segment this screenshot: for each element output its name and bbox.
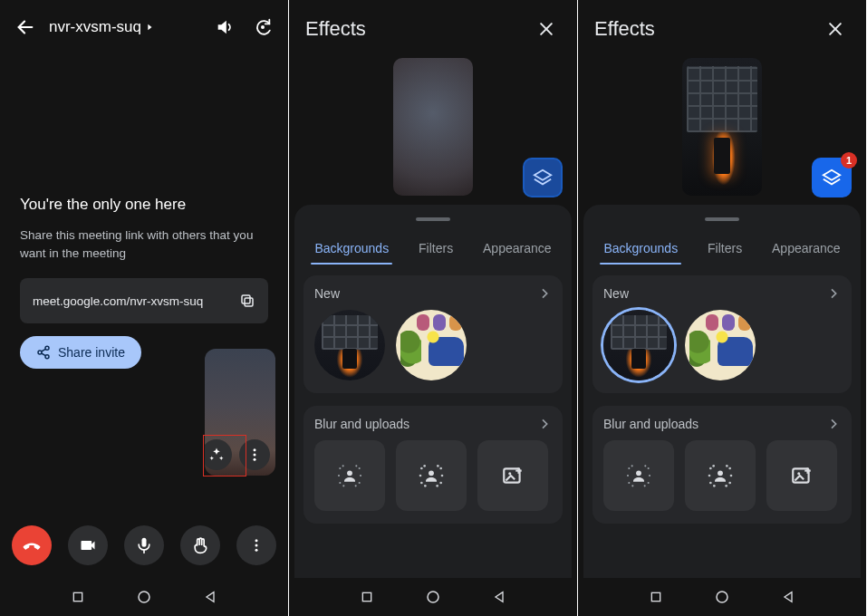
raise-hand-button[interactable] [180,525,220,565]
svg-point-39 [419,475,422,477]
blur-light-button[interactable] [314,440,385,511]
background-living-room[interactable] [685,310,756,380]
meeting-link-text: meet.google.com/nvr-xvsm-suq [33,294,203,308]
meeting-code-text: nvr-xvsm-suq [49,18,141,36]
new-backgrounds-row [603,310,841,380]
svg-point-27 [359,467,361,469]
more-options-button[interactable] [239,439,270,470]
svg-point-18 [139,592,149,602]
svg-point-68 [712,465,715,467]
tab-filters[interactable]: Filters [704,234,746,263]
svg-point-75 [713,485,716,487]
svg-point-58 [644,465,646,467]
background-fireplace[interactable] [314,310,385,380]
applied-effects-button[interactable] [523,158,563,197]
svg-rect-17 [73,592,82,601]
applied-effects-button[interactable]: 1 [812,158,852,197]
switch-camera-icon[interactable] [248,13,277,42]
svg-marker-1 [148,24,151,31]
section-blur-title: Blur and uploads [603,417,698,431]
svg-point-15 [255,544,258,547]
tab-backgrounds[interactable]: Backgrounds [311,234,392,263]
upload-background-button[interactable] [477,440,548,511]
svg-marker-22 [535,170,551,180]
nav-recent-icon[interactable] [71,590,85,604]
svg-point-6 [38,351,42,354]
close-icon[interactable] [821,14,850,43]
nav-back-icon[interactable] [781,590,795,604]
svg-point-5 [45,346,49,350]
meeting-code[interactable]: nvr-xvsm-suq [49,18,201,36]
meeting-top-bar: nvr-xvsm-suq [0,0,288,51]
back-icon[interactable] [11,13,40,42]
section-new-header[interactable]: New [603,286,841,301]
svg-point-69 [726,465,728,467]
effects-preview [682,58,762,196]
call-control-bar [0,525,288,565]
effects-button[interactable] [205,439,232,470]
applied-effects-count: 1 [841,152,857,168]
svg-point-25 [342,465,344,467]
call-more-button[interactable] [236,525,276,565]
svg-point-74 [728,482,731,485]
self-preview-buttons [205,434,275,476]
svg-point-59 [648,467,650,469]
svg-point-63 [648,482,650,484]
self-video-preview[interactable] [205,349,275,476]
svg-point-38 [439,467,442,470]
svg-point-31 [359,482,361,484]
svg-point-66 [718,470,723,476]
empty-state: You're the only one here Share this meet… [0,196,288,369]
sheet-handle[interactable] [705,217,739,221]
android-nav-bar [289,578,577,616]
blur-strong-button[interactable] [396,440,467,511]
android-nav-bar [578,578,866,616]
svg-point-61 [649,475,650,476]
section-blur-title: Blur and uploads [314,417,409,431]
effects-preview-area: 1 [578,53,866,207]
blur-light-button[interactable] [603,440,674,511]
tab-backgrounds[interactable]: Backgrounds [600,234,681,263]
effects-sheet: Backgrounds Filters Appearance New [294,205,572,578]
blur-strong-button[interactable] [685,440,756,511]
new-backgrounds-row [314,310,552,380]
nav-home-icon[interactable] [425,589,441,605]
svg-point-82 [717,592,727,602]
empty-state-title: You're the only one here [20,196,268,214]
svg-point-41 [420,482,423,485]
nav-back-icon[interactable] [492,590,506,604]
effects-header: Effects [289,0,577,53]
mic-toggle-button[interactable] [124,525,164,565]
effects-tabs: Backgrounds Filters Appearance [294,234,572,263]
upload-background-button[interactable] [766,440,837,511]
end-call-button[interactable] [12,525,52,565]
background-fireplace[interactable] [603,310,674,380]
screen-effects-initial: Effects Backgrounds Filters Appearance N… [289,0,578,616]
svg-point-70 [728,467,731,470]
nav-recent-icon[interactable] [649,590,663,604]
copy-link-button[interactable] [236,289,259,313]
chevron-right-icon [537,417,552,431]
tab-filters[interactable]: Filters [415,234,457,263]
section-blur-header[interactable]: Blur and uploads [603,417,841,431]
speaker-icon[interactable] [210,13,239,42]
section-new: New [592,275,852,393]
nav-back-icon[interactable] [203,590,217,604]
svg-point-65 [644,485,646,486]
svg-marker-51 [496,592,503,602]
share-invite-button[interactable]: Share invite [20,336,141,369]
svg-point-2 [261,25,265,29]
nav-home-icon[interactable] [136,589,152,605]
tab-appearance[interactable]: Appearance [479,234,555,263]
section-blur-header[interactable]: Blur and uploads [314,417,552,431]
nav-home-icon[interactable] [714,589,730,605]
nav-recent-icon[interactable] [360,590,374,604]
chevron-right-icon [826,417,841,431]
tab-appearance[interactable]: Appearance [768,234,844,263]
svg-point-40 [441,475,444,477]
sheet-handle[interactable] [416,217,450,221]
section-new-header[interactable]: New [314,286,552,301]
background-living-room[interactable] [396,310,467,380]
close-icon[interactable] [532,14,561,43]
camera-toggle-button[interactable] [68,525,108,565]
